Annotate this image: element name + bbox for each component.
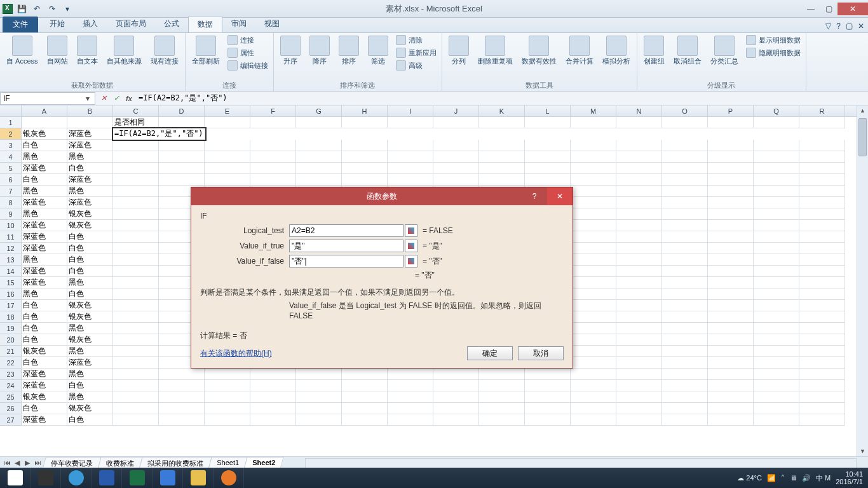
- cell[interactable]: [754, 186, 799, 197]
- ribbon-small-button[interactable]: 重新应用: [395, 47, 438, 58]
- dialog-close-icon[interactable]: ✕: [547, 187, 573, 205]
- range-picker-icon[interactable]: [405, 224, 417, 237]
- cell[interactable]: [708, 163, 754, 174]
- cell[interactable]: [296, 403, 342, 414]
- cell[interactable]: 银灰色: [22, 128, 67, 140]
- cell[interactable]: [571, 357, 616, 369]
- ribbon-button[interactable]: 模拟分析: [600, 34, 633, 67]
- cell[interactable]: [250, 117, 296, 128]
- cell[interactable]: [205, 414, 250, 426]
- cell[interactable]: [754, 220, 799, 231]
- cell[interactable]: [296, 380, 342, 391]
- cell[interactable]: [754, 254, 799, 266]
- cell[interactable]: [662, 403, 708, 414]
- row-header[interactable]: 7: [0, 186, 22, 197]
- cell[interactable]: [342, 369, 388, 380]
- cell[interactable]: [433, 140, 479, 151]
- row-header[interactable]: 26: [0, 403, 22, 414]
- cell[interactable]: [616, 323, 662, 334]
- cell[interactable]: [616, 220, 662, 231]
- cell[interactable]: [113, 357, 159, 369]
- cell[interactable]: [433, 380, 479, 391]
- row-header[interactable]: 25: [0, 391, 22, 403]
- cell[interactable]: [754, 311, 799, 323]
- cell[interactable]: [616, 163, 662, 174]
- cell[interactable]: 白色: [22, 357, 67, 369]
- row-header[interactable]: 13: [0, 254, 22, 266]
- cell[interactable]: [205, 163, 250, 174]
- column-header[interactable]: C: [113, 105, 159, 116]
- cell[interactable]: [708, 231, 754, 243]
- cell[interactable]: [250, 163, 296, 174]
- cell[interactable]: 深蓝色: [22, 197, 67, 208]
- cell[interactable]: [708, 220, 754, 231]
- cell[interactable]: [296, 163, 342, 174]
- tray-sound-icon[interactable]: 🔊: [802, 474, 811, 482]
- cell[interactable]: [205, 403, 250, 414]
- cell[interactable]: [799, 197, 845, 208]
- ribbon-button[interactable]: 自 Access: [4, 34, 41, 67]
- cell[interactable]: [250, 403, 296, 414]
- ribbon-button[interactable]: 分类汇总: [708, 34, 741, 67]
- system-clock[interactable]: 10:41 2016/7/1: [836, 470, 863, 485]
- cell[interactable]: 深蓝色: [67, 174, 113, 186]
- qat-more[interactable]: ▾: [61, 3, 74, 15]
- cell[interactable]: [113, 369, 159, 380]
- column-header[interactable]: B: [67, 105, 113, 116]
- cell[interactable]: 银灰色: [67, 208, 113, 220]
- ribbon-button[interactable]: 筛选: [365, 34, 391, 67]
- cell[interactable]: [479, 174, 525, 186]
- cell[interactable]: [708, 300, 754, 311]
- row-header[interactable]: 24: [0, 380, 22, 391]
- cell[interactable]: 深蓝色: [22, 231, 67, 243]
- vertical-scrollbar[interactable]: ▲ ▼: [857, 105, 868, 456]
- cell[interactable]: [662, 151, 708, 163]
- cell[interactable]: [754, 391, 799, 403]
- cell[interactable]: [708, 288, 754, 300]
- cell[interactable]: [342, 414, 388, 426]
- cell[interactable]: [479, 163, 525, 174]
- cell[interactable]: [662, 197, 708, 208]
- cell[interactable]: [113, 174, 159, 186]
- ribbon-button[interactable]: 自其他来源: [104, 34, 144, 67]
- cell[interactable]: [754, 243, 799, 254]
- cell[interactable]: [433, 117, 479, 128]
- column-header[interactable]: O: [662, 105, 708, 116]
- cell[interactable]: [205, 369, 250, 380]
- cell[interactable]: [616, 266, 662, 277]
- cell[interactable]: [479, 380, 525, 391]
- cell[interactable]: [616, 243, 662, 254]
- cell[interactable]: [388, 151, 433, 163]
- cell[interactable]: [708, 208, 754, 220]
- cell[interactable]: [662, 163, 708, 174]
- cell[interactable]: [113, 266, 159, 277]
- cell[interactable]: [708, 323, 754, 334]
- cell[interactable]: [113, 151, 159, 163]
- tab-页面布局[interactable]: 页面布局: [107, 16, 155, 32]
- cell[interactable]: [113, 403, 159, 414]
- cell[interactable]: [799, 243, 845, 254]
- cell[interactable]: [799, 357, 845, 369]
- ribbon-small-button[interactable]: 编辑链接: [226, 60, 269, 71]
- row-header[interactable]: 14: [0, 266, 22, 277]
- cell[interactable]: [708, 186, 754, 197]
- cell[interactable]: [616, 311, 662, 323]
- cell[interactable]: [754, 357, 799, 369]
- cell[interactable]: [479, 391, 525, 403]
- cell[interactable]: [754, 174, 799, 186]
- weather-widget[interactable]: ☁ 24°C: [737, 474, 762, 482]
- ribbon-button[interactable]: 全部刷新: [189, 34, 222, 67]
- cell[interactable]: [799, 323, 845, 334]
- row-header[interactable]: 11: [0, 231, 22, 243]
- cell[interactable]: 深蓝色: [22, 369, 67, 380]
- cell[interactable]: [342, 163, 388, 174]
- column-header[interactable]: F: [250, 105, 296, 116]
- window-restore-icon[interactable]: ▢: [846, 22, 853, 30]
- cell[interactable]: [342, 403, 388, 414]
- cell[interactable]: [433, 391, 479, 403]
- cell[interactable]: 白色: [22, 174, 67, 186]
- cell[interactable]: [662, 254, 708, 266]
- cell[interactable]: [205, 380, 250, 391]
- cell[interactable]: 黑色: [67, 346, 113, 357]
- cell[interactable]: [799, 208, 845, 220]
